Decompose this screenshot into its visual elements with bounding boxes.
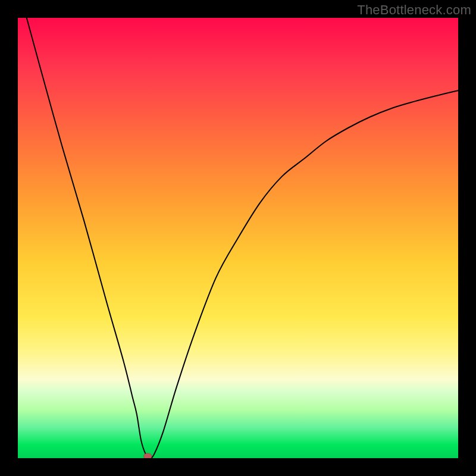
curve-svg bbox=[18, 18, 458, 458]
attribution-label: TheBottleneck.com bbox=[357, 2, 471, 18]
min-marker bbox=[143, 453, 152, 459]
plot-area bbox=[18, 18, 458, 458]
chart-stage: TheBottleneck.com bbox=[0, 0, 476, 476]
bottleneck-curve bbox=[27, 18, 458, 458]
